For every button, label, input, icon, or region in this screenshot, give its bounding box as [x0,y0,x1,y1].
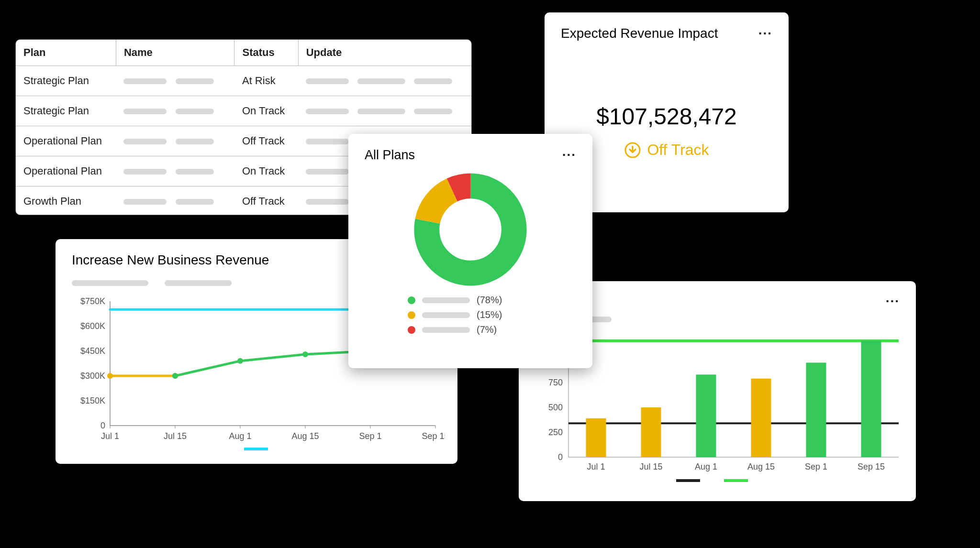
svg-text:$750K: $750K [80,296,105,306]
name-cell [116,186,234,217]
svg-text:0: 0 [100,421,105,430]
svg-text:Aug 15: Aug 15 [747,462,775,471]
svg-rect-54 [724,479,748,482]
legend-dot-icon [408,296,415,304]
svg-point-27 [237,358,243,364]
status-cell: At Risk [234,66,298,96]
all-plans-card: All Plans ··· (78%)(15%)(7%) [348,134,592,368]
svg-text:Jul 15: Jul 15 [164,431,187,441]
name-cell [116,96,234,126]
svg-text:750: 750 [548,378,563,387]
kpi-title: Expected Revenue Impact [561,26,718,41]
svg-rect-53 [676,479,700,482]
svg-text:Sep 1: Sep 1 [805,462,827,471]
status-cell: On Track [234,96,298,126]
svg-text:Jul 1: Jul 1 [587,462,605,471]
legend-label [422,312,470,318]
svg-text:$300K: $300K [80,371,105,381]
svg-text:Jul 1: Jul 1 [101,431,119,441]
svg-text:$450K: $450K [80,346,105,356]
legend-pct: (15%) [477,309,502,320]
donut-title: All Plans [365,148,415,163]
svg-text:Aug 15: Aug 15 [291,431,319,441]
svg-rect-41 [586,418,606,457]
more-button[interactable]: ··· [886,294,900,309]
plan-cell: Operational Plan [16,126,116,156]
svg-text:$600K: $600K [80,321,105,331]
svg-rect-43 [641,407,661,457]
down-arrow-circle-icon [624,142,641,159]
svg-text:Aug 1: Aug 1 [229,431,251,441]
kpi-status-label: Off Track [647,141,709,159]
svg-rect-49 [806,362,826,457]
col-plan[interactable]: Plan [16,40,116,66]
table-row[interactable]: Strategic Plan On Track [16,96,471,126]
svg-text:Sep 15: Sep 15 [858,462,885,471]
legend-pct: (78%) [477,295,502,306]
legend-dot-icon [408,311,415,319]
plan-cell: Growth Plan [16,186,116,217]
svg-point-28 [302,351,308,357]
update-cell [298,96,471,126]
donut-chart [413,172,528,287]
svg-text:$150K: $150K [80,396,105,406]
legend-item: (15%) [408,309,576,320]
legend-dot-icon [408,326,415,334]
legend-label [422,327,470,333]
svg-text:250: 250 [548,427,563,437]
legend-pct: (7%) [477,324,497,335]
name-cell [116,66,234,96]
kpi-status: Off Track [561,141,772,159]
svg-text:500: 500 [548,403,563,412]
svg-text:Sep 1: Sep 1 [359,431,381,441]
svg-point-26 [172,373,178,379]
svg-rect-30 [244,448,268,450]
svg-rect-45 [696,374,716,457]
plan-cell: Strategic Plan [16,66,116,96]
more-button[interactable]: ··· [562,147,576,163]
col-update[interactable]: Update [298,40,471,66]
svg-rect-51 [861,341,881,457]
svg-point-24 [107,373,113,379]
status-cell: Off Track [234,186,298,217]
name-cell [116,126,234,156]
legend-label [422,297,470,303]
svg-rect-47 [751,379,771,457]
plan-cell: Operational Plan [16,156,116,186]
status-cell: Off Track [234,126,298,156]
svg-text:Sep 15: Sep 15 [422,431,445,441]
svg-text:Aug 1: Aug 1 [695,462,717,471]
plan-cell: Strategic Plan [16,96,116,126]
col-name[interactable]: Name [116,40,234,66]
status-cell: On Track [234,156,298,186]
table-row[interactable]: Strategic Plan At Risk [16,66,471,96]
svg-text:0: 0 [558,452,563,462]
update-cell [298,66,471,96]
kpi-value: $107,528,472 [561,103,772,130]
legend-item: (7%) [408,324,576,335]
col-status[interactable]: Status [234,40,298,66]
name-cell [116,156,234,186]
legend-item: (78%) [408,295,576,306]
more-button[interactable]: ··· [758,26,772,41]
svg-text:Jul 15: Jul 15 [639,462,662,471]
